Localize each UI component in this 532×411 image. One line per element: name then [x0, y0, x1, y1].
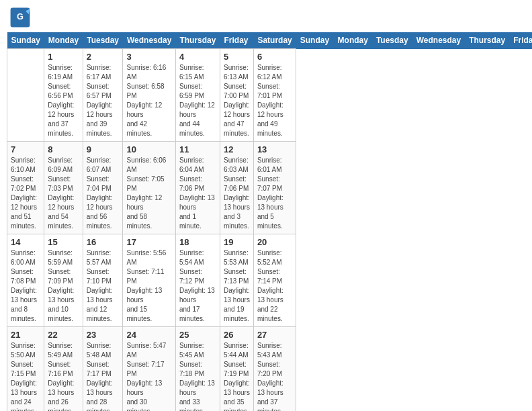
calendar-cell: 6Sunrise: 6:12 AM Sunset: 7:01 PM Daylig…	[253, 49, 296, 142]
day-info: Sunrise: 6:07 AM Sunset: 7:04 PM Dayligh…	[87, 156, 120, 231]
day-info: Sunrise: 6:06 AM Sunset: 7:05 PM Dayligh…	[126, 156, 171, 231]
day-number: 7	[11, 144, 40, 154]
day-info: Sunrise: 5:49 AM Sunset: 7:16 PM Dayligh…	[48, 341, 79, 411]
weekday-header-thursday: Thursday	[465, 32, 509, 49]
calendar-cell: 18Sunrise: 5:54 AM Sunset: 7:12 PM Dayli…	[175, 234, 220, 327]
weekday-header-tuesday: Tuesday	[83, 32, 123, 49]
week-row-2: 7Sunrise: 6:10 AM Sunset: 7:02 PM Daylig…	[7, 142, 533, 234]
calendar-cell: 7Sunrise: 6:10 AM Sunset: 7:02 PM Daylig…	[7, 142, 44, 234]
day-info: Sunrise: 5:59 AM Sunset: 7:09 PM Dayligh…	[48, 248, 79, 324]
day-number: 8	[48, 144, 79, 154]
logo: G	[9, 7, 34, 28]
day-info: Sunrise: 5:48 AM Sunset: 7:17 PM Dayligh…	[87, 341, 120, 411]
day-info: Sunrise: 5:53 AM Sunset: 7:13 PM Dayligh…	[224, 248, 250, 324]
calendar-cell: 14Sunrise: 6:00 AM Sunset: 7:08 PM Dayli…	[7, 234, 44, 327]
calendar-cell: 9Sunrise: 6:07 AM Sunset: 7:04 PM Daylig…	[83, 142, 123, 234]
day-number: 20	[257, 237, 292, 247]
day-number: 2	[87, 52, 120, 62]
day-info: Sunrise: 6:01 AM Sunset: 7:07 PM Dayligh…	[257, 156, 292, 231]
calendar-cell: 5Sunrise: 6:13 AM Sunset: 7:00 PM Daylig…	[220, 49, 253, 142]
weekday-header-wednesday: Wednesday	[123, 32, 175, 49]
page-header: G	[7, 7, 525, 28]
calendar-cell: 16Sunrise: 5:57 AM Sunset: 7:10 PM Dayli…	[83, 234, 123, 327]
day-info: Sunrise: 6:19 AM Sunset: 6:56 PM Dayligh…	[48, 63, 79, 138]
calendar-cell: 1Sunrise: 6:19 AM Sunset: 6:56 PM Daylig…	[44, 49, 83, 142]
day-info: Sunrise: 5:45 AM Sunset: 7:18 PM Dayligh…	[179, 341, 216, 411]
day-info: Sunrise: 5:47 AM Sunset: 7:17 PM Dayligh…	[126, 341, 171, 411]
weekday-header-saturday: Saturday	[253, 32, 296, 49]
day-number: 26	[224, 330, 250, 340]
day-info: Sunrise: 5:44 AM Sunset: 7:19 PM Dayligh…	[224, 341, 250, 411]
weekday-header-friday: Friday	[220, 32, 253, 49]
day-number: 5	[224, 52, 250, 62]
calendar-cell: 2Sunrise: 6:17 AM Sunset: 6:57 PM Daylig…	[83, 49, 123, 142]
calendar-cell: 26Sunrise: 5:44 AM Sunset: 7:19 PM Dayli…	[220, 327, 253, 412]
day-number: 16	[87, 237, 120, 247]
day-info: Sunrise: 5:43 AM Sunset: 7:20 PM Dayligh…	[257, 341, 292, 411]
day-info: Sunrise: 6:17 AM Sunset: 6:57 PM Dayligh…	[87, 63, 120, 138]
calendar-cell: 3Sunrise: 6:16 AM Sunset: 6:58 PM Daylig…	[123, 49, 175, 142]
day-info: Sunrise: 5:54 AM Sunset: 7:12 PM Dayligh…	[179, 248, 216, 324]
day-number: 3	[126, 52, 171, 62]
day-number: 24	[126, 330, 171, 340]
calendar-cell: 13Sunrise: 6:01 AM Sunset: 7:07 PM Dayli…	[253, 142, 296, 234]
weekday-header-row: SundayMondayTuesdayWednesdayThursdayFrid…	[7, 32, 533, 49]
day-info: Sunrise: 6:13 AM Sunset: 7:00 PM Dayligh…	[224, 63, 250, 138]
day-info: Sunrise: 6:12 AM Sunset: 7:01 PM Dayligh…	[257, 63, 292, 138]
day-info: Sunrise: 5:56 AM Sunset: 7:11 PM Dayligh…	[126, 248, 171, 324]
calendar-cell: 17Sunrise: 5:56 AM Sunset: 7:11 PM Dayli…	[123, 234, 175, 327]
day-number: 13	[257, 144, 292, 154]
day-info: Sunrise: 6:00 AM Sunset: 7:08 PM Dayligh…	[11, 248, 40, 324]
weekday-header-thursday: Thursday	[175, 32, 220, 49]
calendar-cell: 19Sunrise: 5:53 AM Sunset: 7:13 PM Dayli…	[220, 234, 253, 327]
calendar-cell: 8Sunrise: 6:09 AM Sunset: 7:03 PM Daylig…	[44, 142, 83, 234]
calendar-cell: 15Sunrise: 5:59 AM Sunset: 7:09 PM Dayli…	[44, 234, 83, 327]
day-number: 4	[179, 52, 216, 62]
calendar-cell: 4Sunrise: 6:15 AM Sunset: 6:59 PM Daylig…	[175, 49, 220, 142]
calendar-cell: 25Sunrise: 5:45 AM Sunset: 7:18 PM Dayli…	[175, 327, 220, 412]
day-info: Sunrise: 6:16 AM Sunset: 6:58 PM Dayligh…	[126, 63, 171, 138]
weekday-header-monday: Monday	[44, 32, 83, 49]
day-number: 14	[11, 237, 40, 247]
calendar-cell: 20Sunrise: 5:52 AM Sunset: 7:14 PM Dayli…	[253, 234, 296, 327]
day-number: 21	[11, 330, 40, 340]
calendar-cell	[7, 49, 44, 142]
weekday-header-friday: Friday	[509, 32, 532, 49]
day-number: 6	[257, 52, 292, 62]
week-row-3: 14Sunrise: 6:00 AM Sunset: 7:08 PM Dayli…	[7, 234, 533, 327]
day-number: 10	[126, 144, 171, 154]
day-number: 18	[179, 237, 216, 247]
day-number: 1	[48, 52, 79, 62]
calendar-cell: 22Sunrise: 5:49 AM Sunset: 7:16 PM Dayli…	[44, 327, 83, 412]
day-number: 25	[179, 330, 216, 340]
weekday-header-sunday: Sunday	[7, 32, 44, 49]
weekday-header-tuesday: Tuesday	[372, 32, 412, 49]
day-number: 19	[224, 237, 250, 247]
calendar-cell: 10Sunrise: 6:06 AM Sunset: 7:05 PM Dayli…	[123, 142, 175, 234]
calendar-cell: 21Sunrise: 5:50 AM Sunset: 7:15 PM Dayli…	[7, 327, 44, 412]
calendar-cell: 24Sunrise: 5:47 AM Sunset: 7:17 PM Dayli…	[123, 327, 175, 412]
day-number: 27	[257, 330, 292, 340]
week-row-4: 21Sunrise: 5:50 AM Sunset: 7:15 PM Dayli…	[7, 327, 533, 412]
day-info: Sunrise: 6:09 AM Sunset: 7:03 PM Dayligh…	[48, 156, 79, 231]
day-number: 15	[48, 237, 79, 247]
day-info: Sunrise: 5:57 AM Sunset: 7:10 PM Dayligh…	[87, 248, 120, 324]
day-number: 12	[224, 144, 250, 154]
day-number: 23	[87, 330, 120, 340]
day-info: Sunrise: 6:10 AM Sunset: 7:02 PM Dayligh…	[11, 156, 40, 231]
weekday-header-wednesday: Wednesday	[412, 32, 465, 49]
day-info: Sunrise: 5:52 AM Sunset: 7:14 PM Dayligh…	[257, 248, 292, 324]
calendar-cell: 23Sunrise: 5:48 AM Sunset: 7:17 PM Dayli…	[83, 327, 123, 412]
day-info: Sunrise: 6:04 AM Sunset: 7:06 PM Dayligh…	[179, 156, 216, 231]
calendar-cell: 27Sunrise: 5:43 AM Sunset: 7:20 PM Dayli…	[253, 327, 296, 412]
day-number: 11	[179, 144, 216, 154]
week-row-1: 1Sunrise: 6:19 AM Sunset: 6:56 PM Daylig…	[7, 49, 533, 142]
svg-text:G: G	[17, 11, 24, 21]
logo-icon: G	[9, 7, 31, 28]
day-number: 9	[87, 144, 120, 154]
day-number: 22	[48, 330, 79, 340]
day-info: Sunrise: 6:03 AM Sunset: 7:06 PM Dayligh…	[224, 156, 250, 231]
calendar-cell: 12Sunrise: 6:03 AM Sunset: 7:06 PM Dayli…	[220, 142, 253, 234]
day-number: 17	[126, 237, 171, 247]
weekday-header-monday: Monday	[334, 32, 372, 49]
